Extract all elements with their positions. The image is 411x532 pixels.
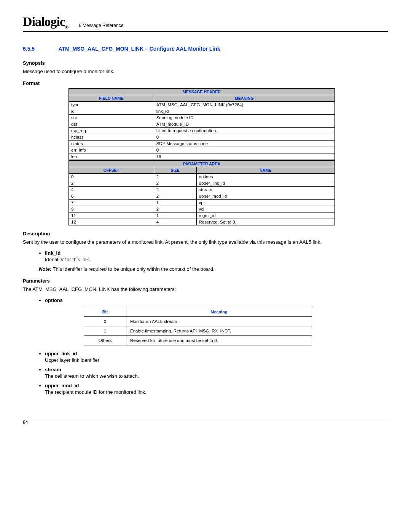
options-table: Bit Meaning 0Monitor an AAL5 stream 1Ena… <box>84 307 312 345</box>
table-row: srcSending module ID <box>69 114 335 121</box>
table-row: err_info0 <box>69 147 335 153</box>
note-block: Note: This identifier is required to be … <box>39 266 388 272</box>
param-name: stream <box>45 367 388 372</box>
table-row: idlink_id <box>69 108 335 114</box>
page-number: 84 <box>23 420 28 425</box>
link-id-name: link_id <box>45 250 388 256</box>
registered-mark: ® <box>65 25 68 30</box>
table-row: rsp_reqUsed to request a confirmation. <box>69 127 335 134</box>
section-title: ATM_MSG_AAL_CFG_MON_LINK – Configure AAL… <box>58 46 220 52</box>
param-name: upper_link_id <box>45 351 388 356</box>
parameters-intro: The ATM_MSG_AAL_CFG_MON_LINK has the fol… <box>23 286 388 293</box>
list-item: stream The cell stream to which we wish … <box>45 367 388 379</box>
name-label: NAME <box>196 167 335 173</box>
param-desc: Upper layer link identifier <box>45 357 388 363</box>
table-row: 1Enable timestamping. Returns API_MSG_RX… <box>84 326 312 336</box>
table-row: 02options <box>69 173 335 180</box>
list-item: options <box>45 297 388 303</box>
page-header: Dialogic® 6 Message Reference <box>23 15 388 32</box>
table-row: 22upper_link_id <box>69 180 335 186</box>
section-heading: 6.5.5 ATM_MSG_AAL_CFG_MON_LINK – Configu… <box>23 46 388 52</box>
table-row: dstATM_module_ID <box>69 121 335 127</box>
options-list: options <box>23 297 388 303</box>
list-item: upper_mod_id The recipient module ID for… <box>45 383 388 395</box>
note-text: This identifier is required to be unique… <box>53 266 215 272</box>
table-row: len16 <box>69 153 335 160</box>
synopsis-text: Message used to configure a monitor link… <box>23 68 388 75</box>
description-label: Description <box>23 231 388 236</box>
brand-logo: Dialogic® <box>23 15 68 30</box>
link-id-desc: Identifier for this link. <box>45 257 388 262</box>
table-row: 42stream <box>69 186 335 193</box>
bit-label: Bit <box>84 307 126 317</box>
table-row: OthersReserved for future use and must b… <box>84 336 312 345</box>
table-row: 111mgmt_id <box>69 212 335 219</box>
list-item: link_id Identifier for this link. <box>45 250 388 262</box>
parameters-list: upper_link_id Upper layer link identifie… <box>23 351 388 395</box>
options-name: options <box>45 297 388 303</box>
chapter-label: 6 Message Reference <box>79 23 123 28</box>
table-row: hclass0 <box>69 134 335 140</box>
meaning-label: MEANING <box>154 95 335 101</box>
message-header-label: MESSAGE HEADER <box>69 88 335 95</box>
parameter-area-label: PARAMETER AREA <box>69 160 335 167</box>
brand-logo-text: Dialogic <box>23 14 65 29</box>
note-label: Note: <box>39 266 51 272</box>
table-row: typeATM_MSG_AAL_CFG_MON_LINK (0x7264) <box>69 101 335 108</box>
section-number: 6.5.5 <box>23 46 57 52</box>
param-desc: The recipient module ID for the monitore… <box>45 389 388 395</box>
table-row: 0Monitor an AAL5 stream <box>84 317 312 326</box>
field-name-label: FIELD NAME <box>69 95 154 101</box>
synopsis-label: Synopsis <box>23 60 388 66</box>
param-desc: The cell stream to which we wish to atta… <box>45 373 388 379</box>
param-name: upper_mod_id <box>45 383 388 388</box>
size-label: SIZE <box>154 167 196 173</box>
opt-meaning-label: Meaning <box>126 307 312 317</box>
table-row: 124Reserved. Set to 0. <box>69 219 335 225</box>
format-label: Format <box>23 80 388 86</box>
table-row: 62upper_mod_id <box>69 193 335 199</box>
page-footer: 84 <box>23 418 388 425</box>
table-row: 92vci <box>69 206 335 212</box>
table-row: 71vpi <box>69 199 335 206</box>
list-item: upper_link_id Upper layer link identifie… <box>45 351 388 363</box>
format-table: MESSAGE HEADER FIELD NAME MEANING typeAT… <box>68 88 335 225</box>
table-row: statusSDE Message status code <box>69 140 335 147</box>
description-text: Sent by the user to configure the parame… <box>23 239 388 246</box>
offset-label: OFFSET <box>69 167 154 173</box>
link-id-list: link_id Identifier for this link. <box>23 250 388 262</box>
parameters-label: Parameters <box>23 278 388 284</box>
